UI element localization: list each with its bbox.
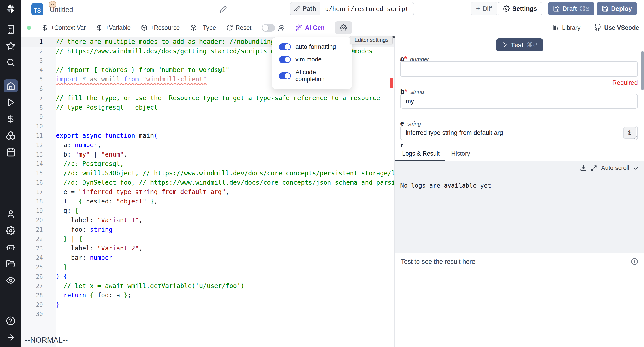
diff-button[interactable]: ± Diff [471,2,497,16]
check-icon[interactable] [633,165,639,171]
code-line[interactable]: 18 f = { nested: "object" }, [22,197,394,206]
code-line[interactable]: 19 g: { [22,206,394,216]
download-logs-icon[interactable] [580,165,587,172]
line-number: 25 [22,262,43,272]
code-line[interactable]: 14 //c: Postgresql, [22,159,394,168]
plus-minus-icon: ± [476,5,480,12]
ai-gen-button[interactable]: AI Gen [295,24,324,31]
vim-status-bar: --NORMAL-- [25,336,68,344]
sidebar-item-home[interactable] [4,79,18,92]
line-number: 12 [22,140,43,150]
help-icon[interactable] [4,314,18,327]
editor-setting-toggle-vim-mode[interactable]: vim mode [279,56,345,63]
toggle-switch[interactable] [279,44,291,50]
editor-setting-toggle-AI-code-completion[interactable]: AI code completion [279,69,345,83]
collab-toggle[interactable] [262,24,285,32]
draft-button[interactable]: Draft ⌘S [548,2,594,16]
connection-status-dot [27,26,31,30]
no-logs-message: No logs are available yet [400,182,491,189]
code-line[interactable]: 23 label: "Variant 2", [22,244,394,253]
dollar-icon [41,24,48,31]
library-button[interactable]: Library [552,24,580,31]
field-b-input[interactable] [400,94,638,109]
code-line[interactable]: 15 //d: wmill.S3Object, // https://www.w… [22,168,394,178]
code-line[interactable]: 25 } [22,262,394,272]
line-number: 17 [22,187,43,197]
code-line[interactable]: 29} [22,300,394,310]
code-line[interactable]: 17 e = "inferred type string from defaul… [22,187,394,197]
sidebar-item-runs[interactable] [4,96,18,109]
code-line[interactable]: 20 label: "Variant 1", [22,216,394,225]
code-line[interactable]: 16 //d: DynSelect_foo, // https://www.wi… [22,178,394,187]
tab-history[interactable]: History [451,150,470,157]
sidebar-item-users[interactable] [4,208,18,221]
field-a-input[interactable] [400,61,638,77]
favorites-star-icon[interactable] [4,39,18,52]
code-line[interactable]: 12 a: number, [22,140,394,150]
code-line[interactable]: 24 bar: number [22,253,394,262]
code-line[interactable]: 7// fill the type, or use the +Resource … [22,94,394,103]
code-line[interactable]: 22 } | { [22,234,394,244]
sidebar-item-workers-bot[interactable] [4,241,18,254]
settings-button[interactable]: Settings [498,2,542,16]
sidebar-item-variables[interactable] [4,112,18,126]
code-line[interactable]: 8// type Postgresql = object [22,103,394,112]
toggle-switch[interactable] [279,72,291,79]
add-type-button[interactable]: +Type [190,24,216,31]
line-number: 5 [22,75,43,84]
toggle-label: AI code completion [296,69,345,83]
add-resource-button[interactable]: +Resource [141,24,180,31]
code-line[interactable]: 13 b: "my" | "enum", [22,150,394,159]
info-icon[interactable] [631,258,638,265]
line-number: 20 [22,216,43,225]
sidebar-item-settings[interactable] [4,224,18,237]
resize-grip[interactable] [633,136,637,139]
search-icon[interactable] [4,56,18,69]
field-e-input[interactable]: inferred type string from default arg $ [400,126,638,140]
sidebar-item-schedules[interactable] [4,146,18,158]
sidebar-item-audit-eye[interactable] [4,274,18,287]
sidebar-item-folders[interactable] [4,257,18,270]
result-placeholder: Test to see the result here [401,258,476,266]
code-line[interactable]: 10 [22,122,394,131]
code-line[interactable]: 21 foo: string [22,225,394,234]
topbar: TS Untitled Path u/henri/restored_script… [22,0,644,19]
error-overview-ruler-mark [390,78,393,88]
rename-pencil-icon[interactable] [220,6,227,13]
use-vscode-button[interactable]: Use VScode [594,24,639,32]
test-button[interactable]: Test ⌘↵ [496,38,543,52]
path-pencil-icon [294,6,300,12]
deploy-button[interactable]: Deploy [597,2,637,16]
add-context-var-button[interactable]: +Context Var [41,24,86,31]
clipped-field-f-label: f [400,143,402,147]
workspace-building-icon[interactable] [4,23,18,36]
toggle-switch[interactable] [279,56,291,63]
path-field[interactable]: Path u/henri/restored_script [290,2,414,16]
add-variable-button[interactable]: +Variable [96,24,130,31]
code-line[interactable]: 27 // let x = await wmill.getVariable('u… [22,281,394,291]
editor-settings-gear-button[interactable] [335,21,352,34]
code-line[interactable]: 9 [22,112,394,122]
test-shortcut: ⌘↵ [527,41,538,48]
code-line[interactable]: 30 [22,310,394,319]
panel-splitter[interactable] [394,37,395,347]
editor-toolbar: +Context Var +Variable +Resource +Type R… [22,19,644,37]
sidebar-item-resources[interactable] [4,129,18,142]
dollar-icon [96,24,103,31]
windmill-script-editor: TS Untitled Path u/henri/restored_script… [0,0,644,347]
tab-logs-result[interactable]: Logs & Result [402,150,440,157]
windmill-logo-icon[interactable] [6,4,16,14]
gear-icon [503,5,510,12]
play-icon [501,42,508,48]
code-line[interactable]: 11export async function main( [22,131,394,140]
auto-scroll-label[interactable]: Auto scroll [601,164,629,172]
editor-setting-toggle-auto-formatting[interactable]: auto-formatting [279,44,345,50]
expand-logs-icon[interactable] [591,165,597,171]
collapse-sidebar-arrow-icon[interactable] [4,331,18,344]
editor-settings-dropdown: auto-formattingvim modeAI code completio… [272,37,352,89]
code-line[interactable]: 28 return { foo: a }; [22,291,394,300]
form-scrollbar[interactable] [641,51,644,90]
code-line[interactable]: 26) { [22,272,394,281]
reset-button[interactable]: Reset [226,24,252,31]
line-number: 7 [22,94,43,103]
